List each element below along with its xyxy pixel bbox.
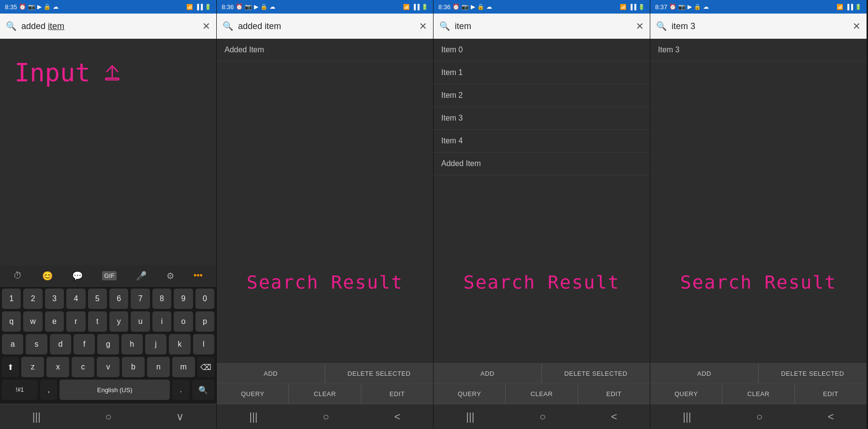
kb-key-6[interactable]: 6 xyxy=(109,289,128,309)
kb-key-2[interactable]: 2 xyxy=(23,289,42,309)
delete-selected-button-3[interactable]: DELETE SELECTED xyxy=(542,364,650,383)
delete-selected-button-2[interactable]: DELETE SELECTED xyxy=(325,364,433,383)
list-item[interactable]: Item 1 xyxy=(434,61,650,84)
list-item[interactable]: Added Item xyxy=(434,153,650,175)
add-button-3[interactable]: ADD xyxy=(434,364,542,383)
kb-icon-recent[interactable]: ⏱ xyxy=(14,271,22,281)
search-bar-2[interactable]: 🔍 added item ✕ xyxy=(217,14,433,39)
signal-icon-1: ▐▐ xyxy=(195,4,203,10)
kb-key-5[interactable]: 5 xyxy=(88,289,107,309)
list-item[interactable]: Item 3 xyxy=(434,107,650,130)
edit-button-4[interactable]: EDIT xyxy=(795,384,867,404)
kb-icon-sticker[interactable]: 💬 xyxy=(72,271,83,281)
nav-recent-2[interactable]: < xyxy=(394,411,401,423)
kb-key-b[interactable]: b xyxy=(122,357,145,377)
kb-key-1[interactable]: 1 xyxy=(2,289,21,309)
kb-key-q[interactable]: q xyxy=(2,311,21,332)
kb-key-d[interactable]: d xyxy=(50,334,71,354)
kb-key-period[interactable]: . xyxy=(172,380,189,400)
kb-key-z[interactable]: z xyxy=(21,357,44,377)
nav-home-2[interactable]: ○ xyxy=(323,411,329,423)
query-button-4[interactable]: QUERY xyxy=(650,384,722,404)
kb-key-4[interactable]: 4 xyxy=(66,289,85,309)
search-input-1[interactable]: added item xyxy=(21,21,197,31)
query-button-3[interactable]: QUERY xyxy=(434,384,506,404)
delete-selected-button-4[interactable]: DELETE SELECTED xyxy=(759,364,867,383)
search-bar-4[interactable]: 🔍 item 3 ✕ xyxy=(650,14,867,39)
nav-home-3[interactable]: ○ xyxy=(539,411,546,423)
kb-key-t[interactable]: t xyxy=(88,311,107,332)
kb-key-v[interactable]: v xyxy=(97,357,120,377)
search-input-4[interactable]: item 3 xyxy=(672,21,848,31)
kb-key-r[interactable]: r xyxy=(66,311,85,332)
kb-key-0[interactable]: 0 xyxy=(195,289,214,309)
edit-button-2[interactable]: EDIT xyxy=(361,384,433,404)
list-item[interactable]: Added Item xyxy=(217,39,433,61)
search-icon-1: 🔍 xyxy=(6,21,16,31)
close-button-4[interactable]: ✕ xyxy=(853,20,861,32)
nav-back-3[interactable]: ||| xyxy=(466,411,474,423)
close-button-1[interactable]: ✕ xyxy=(202,20,210,32)
kb-key-p[interactable]: p xyxy=(195,311,214,332)
kb-key-g[interactable]: g xyxy=(97,334,119,354)
kb-key-i[interactable]: i xyxy=(152,311,171,332)
kb-key-x[interactable]: x xyxy=(46,357,69,377)
nav-recent-1[interactable]: ∨ xyxy=(176,411,184,423)
kb-key-m[interactable]: m xyxy=(172,357,195,377)
search-input-2[interactable]: added item xyxy=(238,21,414,31)
search-bar-1[interactable]: 🔍 added item ✕ xyxy=(0,14,216,39)
kb-key-y[interactable]: y xyxy=(109,311,128,332)
kb-key-h[interactable]: h xyxy=(121,334,143,354)
kb-icon-settings[interactable]: ⚙ xyxy=(166,271,174,281)
kb-key-backspace[interactable]: ⌫ xyxy=(197,357,214,377)
kb-key-a[interactable]: a xyxy=(2,334,23,354)
kb-key-k[interactable]: k xyxy=(169,334,190,354)
nav-back-1[interactable]: ||| xyxy=(32,411,41,423)
kb-key-space[interactable]: English (US) xyxy=(60,380,170,400)
status-left-4: 8:37 ⏰ 📷 ▶ 🔒 ☁ xyxy=(655,3,709,11)
list-item[interactable]: Item 0 xyxy=(434,39,650,61)
edit-button-3[interactable]: EDIT xyxy=(578,384,650,404)
kb-icon-emoji[interactable]: 😊 xyxy=(42,271,53,281)
kb-icon-more[interactable]: ••• xyxy=(194,271,203,281)
kb-key-comma[interactable]: , xyxy=(40,380,57,400)
nav-back-2[interactable]: ||| xyxy=(249,411,257,423)
kb-key-e[interactable]: e xyxy=(45,311,64,332)
nav-home-1[interactable]: ○ xyxy=(105,411,111,423)
search-bar-3[interactable]: 🔍 item ✕ xyxy=(434,14,650,39)
kb-key-j[interactable]: j xyxy=(145,334,166,354)
kb-key-u[interactable]: u xyxy=(131,311,150,332)
nav-recent-3[interactable]: < xyxy=(611,411,617,423)
kb-key-7[interactable]: 7 xyxy=(131,289,150,309)
kb-key-8[interactable]: 8 xyxy=(152,289,171,309)
clear-button-4[interactable]: CLEAR xyxy=(722,384,794,404)
kb-icon-gif[interactable]: GIF xyxy=(102,271,117,280)
kb-key-f[interactable]: f xyxy=(74,334,95,354)
kb-key-s[interactable]: s xyxy=(26,334,47,354)
nav-home-4[interactable]: ○ xyxy=(756,411,763,423)
add-button-4[interactable]: ADD xyxy=(650,364,759,383)
close-button-2[interactable]: ✕ xyxy=(419,20,427,32)
clear-button-3[interactable]: CLEAR xyxy=(506,384,578,404)
list-item[interactable]: Item 2 xyxy=(434,84,650,107)
kb-key-search[interactable]: 🔍 xyxy=(192,380,214,400)
close-button-3[interactable]: ✕ xyxy=(636,20,644,32)
nav-recent-4[interactable]: < xyxy=(828,411,834,423)
kb-key-9[interactable]: 9 xyxy=(174,289,193,309)
kb-key-l[interactable]: l xyxy=(193,334,214,354)
kb-key-w[interactable]: w xyxy=(23,311,42,332)
kb-key-n[interactable]: n xyxy=(147,357,170,377)
list-item[interactable]: Item 4 xyxy=(434,130,650,153)
search-input-3[interactable]: item xyxy=(455,21,631,31)
nav-back-4[interactable]: ||| xyxy=(683,411,691,423)
add-button-2[interactable]: ADD xyxy=(217,364,325,383)
kb-icon-mic[interactable]: 🎤 xyxy=(136,271,147,281)
kb-key-fn[interactable]: !#1 xyxy=(2,380,38,400)
clear-button-2[interactable]: CLEAR xyxy=(289,384,361,404)
kb-key-3[interactable]: 3 xyxy=(45,289,64,309)
query-button-2[interactable]: QUERY xyxy=(217,384,289,404)
kb-key-shift[interactable]: ⬆ xyxy=(2,357,19,377)
list-item[interactable]: Item 3 xyxy=(650,39,867,61)
kb-key-c[interactable]: c xyxy=(72,357,94,377)
kb-key-o[interactable]: o xyxy=(174,311,193,332)
